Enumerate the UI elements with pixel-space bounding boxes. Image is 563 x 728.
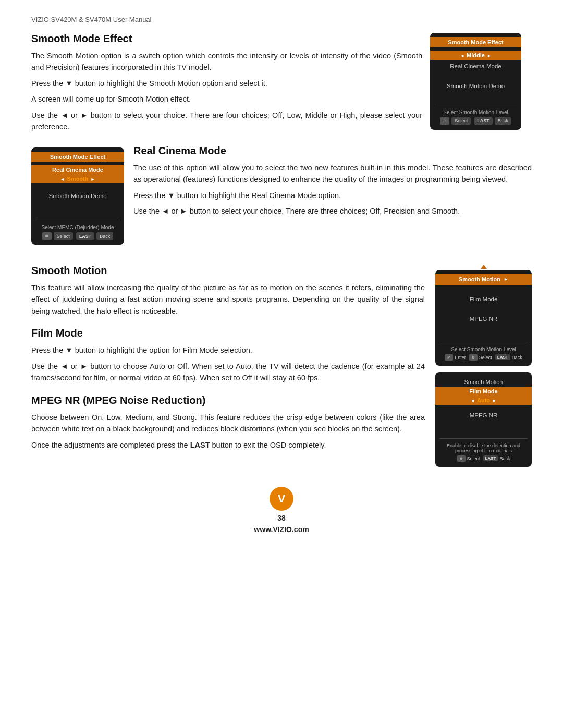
inline-select-label: Select xyxy=(54,232,73,240)
website-text: www.VIZIO.com xyxy=(254,525,309,534)
sm-select-icon: ⊕ xyxy=(469,354,478,361)
mpeg-para2-prefix: Once the adjustments are completed press… xyxy=(31,441,190,449)
right-arrow-icon xyxy=(487,52,492,58)
inline-footer: Select MEMC (Dejudder) Mode ⊕ Select LAS… xyxy=(31,223,124,241)
film-mode-heading: Film Mode xyxy=(31,327,425,339)
real-cinema-inline-panel: Smooth Mode Effect Real Cinema Mode Smoo… xyxy=(31,147,124,245)
film-mode-para2: Use the ◄ or ► button to choose Auto or … xyxy=(31,361,425,384)
smooth-mode-para1: The Smooth Motion option is a switch opt… xyxy=(31,50,422,73)
smooth-mode-effect-panel: Smooth Mode Effect Middle Real Cinema Mo… xyxy=(430,33,521,130)
panel-row-real-cinema: Real Cinema Mode xyxy=(430,60,521,72)
sm-select-label: Select xyxy=(479,355,492,360)
real-cinema-para1: The use of this option will allow you to… xyxy=(133,162,532,186)
panel-row-smooth-motion: Smooth Motion Demo xyxy=(430,80,521,92)
fm-select-icon: ⊕ xyxy=(457,455,466,462)
fm-selected-row: Film Mode Auto xyxy=(435,387,532,405)
logo-letter: V xyxy=(278,492,286,505)
panel-buttons: ⊕ Select LAST Back xyxy=(434,117,517,125)
sm-buttons: M Enter ⊕ Select LAST Back xyxy=(439,354,528,361)
film-mode-panel: Smooth Motion Film Mode Auto MPEG NR Ena… xyxy=(435,372,532,467)
panel-divider xyxy=(434,105,517,105)
sm-back-label: Back xyxy=(512,355,522,360)
fm-last-btn: LAST xyxy=(483,455,498,461)
triangle-up-icon xyxy=(481,265,487,269)
inline-back-label: Back xyxy=(96,232,113,240)
fm-left-arrow xyxy=(470,397,475,403)
real-cinema-para2: Press the ▼ button to highlight the Real… xyxy=(133,190,532,201)
inline-buttons: ⊕ Select LAST Back xyxy=(35,232,120,240)
manual-header: VIZIO SV420M & SV470M User Manual xyxy=(31,16,532,23)
sm-right-arrow xyxy=(504,276,508,282)
fm-divider xyxy=(439,438,528,439)
panel-title: Smooth Mode Effect xyxy=(430,37,521,47)
fm-smooth-motion-label: Smooth Motion xyxy=(435,376,532,387)
inline-panel-row: Smooth Motion Demo xyxy=(31,190,124,202)
left-arrow-icon xyxy=(460,52,464,58)
sm-panel-title: Smooth Motion xyxy=(435,274,532,285)
inline-panel-selected-label: Real Cinema Mode xyxy=(52,167,103,173)
sm-panel-title-text: Smooth Motion xyxy=(459,276,500,282)
inline-divider xyxy=(35,220,120,220)
sm-last-btn: LAST xyxy=(495,354,510,360)
smooth-motion-ui-col: Smooth Motion Film Mode MPEG NR Select S… xyxy=(435,265,532,471)
mpeg-para2-bold: LAST xyxy=(190,441,210,449)
fm-buttons: ⊕ Select LAST Back xyxy=(439,455,528,462)
film-mode-para1: Press the ▼ button to highlight the opti… xyxy=(31,344,425,356)
real-cinema-heading: Real Cinema Mode xyxy=(133,145,532,157)
fm-select-label: Select xyxy=(467,456,480,461)
fm-selected-label: Film Mode xyxy=(469,388,497,394)
panel-footer: Select Smooth Motion Level ⊕ Select LAST… xyxy=(430,107,521,126)
sm-enter-label: Enter xyxy=(455,355,466,360)
fm-footer-label: Enable or disable the detection and proc… xyxy=(439,443,528,453)
smooth-motion-text-col: Smooth Motion This feature will allow in… xyxy=(31,265,425,471)
sm-divider xyxy=(439,342,528,342)
fm-selected-sub: Auto xyxy=(477,397,490,403)
vizio-logo: V xyxy=(270,487,293,511)
sm-footer-label: Select Smooth Motion Level xyxy=(439,347,528,352)
smooth-mode-para3: A screen will come up for Smooth Motion … xyxy=(31,93,422,105)
smooth-mode-para4: Use the ◄ or ► button to select your cho… xyxy=(31,109,422,133)
smooth-motion-panel: Smooth Motion Film Mode MPEG NR Select S… xyxy=(435,270,532,366)
smooth-motion-heading: Smooth Motion xyxy=(31,265,425,277)
inline-panel-title: Smooth Mode Effect xyxy=(31,152,124,162)
fm-back-label: Back xyxy=(499,456,510,461)
inline-select-icon: ⊕ xyxy=(42,232,52,240)
sm-footer: Select Smooth Motion Level M Enter ⊕ Sel… xyxy=(435,344,532,362)
page-number: 38 xyxy=(277,514,286,522)
smooth-mode-effect-heading: Smooth Mode Effect xyxy=(31,33,422,45)
fm-right-arrow xyxy=(492,397,497,403)
inline-right-arrow xyxy=(90,176,95,182)
inline-panel-sub: Smooth xyxy=(67,176,89,182)
real-cinema-text-col: Real Cinema Mode The use of this option … xyxy=(133,145,532,221)
select-btn-label: Select xyxy=(451,117,471,125)
panel-selected-value: Middle xyxy=(467,52,485,58)
page-footer: V 38 www.VIZIO.com xyxy=(31,487,532,534)
sm-film-mode-row: Film Mode xyxy=(435,293,532,305)
inline-footer-label: Select MEMC (Dejudder) Mode xyxy=(35,225,120,230)
smooth-motion-para1: This feature will allow increasing the q… xyxy=(31,282,425,317)
panel-selected-row: Middle xyxy=(430,51,521,60)
sm-mpeg-nr-row: MPEG NR xyxy=(435,313,532,325)
inline-left-arrow xyxy=(60,176,65,182)
mpeg-nr-para2: Once the adjustments are completed press… xyxy=(31,439,425,451)
inline-panel-selected-row: Real Cinema Mode Smooth xyxy=(31,165,124,183)
fm-mpeg-nr-row: MPEG NR xyxy=(435,409,532,422)
select-icon: ⊕ xyxy=(440,117,449,125)
real-cinema-para3: Use the ◄ or ► button to select your cho… xyxy=(133,205,532,217)
inline-back-btn: LAST xyxy=(76,232,95,240)
back-btn-label: Back xyxy=(495,117,511,125)
mpeg-para2-suffix: button to exit the OSD completely. xyxy=(210,441,326,449)
smooth-mode-para2: Press the ▼ button to highlight the Smoo… xyxy=(31,78,422,89)
mpeg-nr-para1: Choose between On, Low, Medium, and Stro… xyxy=(31,412,425,435)
mpeg-nr-heading: MPEG NR (MPEG Noise Reduction) xyxy=(31,394,425,406)
panel-footer-label: Select Smooth Motion Level xyxy=(434,109,517,115)
fm-footer: Enable or disable the detection and proc… xyxy=(435,441,532,463)
smooth-motion-section: Smooth Motion This feature will allow in… xyxy=(31,265,532,471)
sm-enter-icon: M xyxy=(445,354,453,361)
back-btn: LAST xyxy=(474,117,493,125)
